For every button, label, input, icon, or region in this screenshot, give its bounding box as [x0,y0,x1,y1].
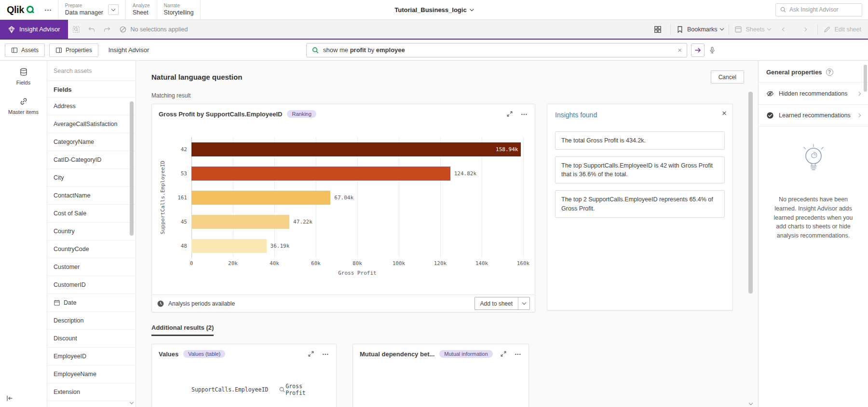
hidden-recommendations-row[interactable]: Hidden recommendations [759,82,868,104]
field-item-address[interactable]: Address [47,98,136,115]
more-options-icon[interactable]: ⋯ [515,351,522,357]
close-icon[interactable]: × [722,109,727,117]
chart-bar-45[interactable]: 47.22k [191,210,523,234]
top-navbar: Qlik ⋯ Prepare Data manager Analyze Shee… [0,0,868,20]
assets-panel-button[interactable]: Assets [5,43,45,57]
nav-prepare[interactable]: Prepare Data manager [58,0,125,19]
submit-query-button[interactable] [691,43,705,57]
field-item-customerid[interactable]: CustomerID [47,276,136,294]
edit-sheet-button[interactable]: Edit sheet [823,26,861,33]
x-tick-label: 80k [353,260,362,267]
values-card-actions: ⋯ [308,351,329,357]
field-item-city[interactable]: City [47,169,136,187]
bar-fill[interactable] [191,239,267,253]
rail-item-fields[interactable]: Fields [16,68,30,85]
step-forward-selection-button[interactable] [100,22,114,37]
global-menu-button[interactable]: ⋯ [39,0,58,19]
more-options-icon[interactable]: ⋯ [521,111,528,117]
values-col-gross-profit[interactable]: Gross Profit [285,383,323,396]
tab-additional-results[interactable]: Additional results (2) [151,324,214,336]
app-title-dropdown[interactable]: Tutorial_Business_logic [394,0,473,19]
data-manager-dropdown-button[interactable] [108,4,119,15]
insight-advisor-toggle-button[interactable]: Insight Advisor [0,20,68,39]
main-scrollbar-thumb[interactable] [748,92,753,294]
chart-bar-42[interactable]: 158.94k [191,137,523,161]
chevron-down-icon [470,7,474,11]
assets-scrollbar-thumb[interactable] [130,101,134,236]
chart-card[interactable]: Gross Profit by SupportCalls.EmployeeID … [151,104,535,312]
voice-input-button[interactable] [708,46,716,54]
left-icon-rail: Fields Master items [0,61,47,407]
step-back-selection-button[interactable] [84,22,99,37]
bar-fill[interactable]: 158.94k [191,142,521,156]
bar-fill[interactable] [191,215,289,229]
field-item-cost of sale[interactable]: Cost of Sale [47,205,136,223]
show-charts-button[interactable] [651,22,665,37]
chevron-right-icon [857,91,861,95]
field-item-categoryname[interactable]: CategoryName [47,133,136,151]
x-tick-label: 60k [311,260,321,267]
values-col-employeeid[interactable]: SupportCalls.EmployeeID [191,386,285,393]
sheets-button[interactable]: Sheets [734,26,771,33]
field-item-description[interactable]: Description [47,312,136,330]
nav-analyze[interactable]: Analyze Sheet [125,0,157,19]
qlik-logo[interactable]: Qlik [0,0,39,19]
field-item-catid-categoryid[interactable]: CatID-CategoryID [47,151,136,169]
ask-insight-advisor-input[interactable] [789,6,858,13]
field-item-customer[interactable]: Customer [47,258,136,276]
eye-slash-icon [766,90,774,98]
right-panel-scrollbar-thumb[interactable] [864,65,867,92]
nav-prepare-label: Data manager [65,9,103,16]
query-text[interactable]: show me profit by employee [323,46,674,54]
smart-search-selections-button[interactable] [69,22,83,37]
natural-language-search-box[interactable]: show me profit by employee × [306,43,687,57]
field-item-employeeid[interactable]: EmployeeID [47,348,136,365]
values-table-card[interactable]: Values Values (table) ⋯ SupportCalls.Emp… [151,344,337,407]
help-icon[interactable]: ? [826,69,833,76]
rail-item-master-items[interactable]: Master items [8,97,39,115]
assets-search-input[interactable] [54,68,129,74]
expand-icon[interactable] [506,111,513,117]
bookmarks-button[interactable]: Bookmarks [676,26,724,33]
insight-item: The top 2 SupportCalls.EmployeeID repres… [555,190,725,217]
add-to-sheet-button[interactable]: Add to sheet [475,297,530,310]
bar-fill[interactable] [191,167,450,181]
bars: 158.94k124.82k67.04k47.22k36.19k [191,137,523,258]
analysis-periods-label: Analysis periods available [168,300,235,307]
field-item-date[interactable]: Date [47,294,136,312]
chart-bar-53[interactable]: 124.82k [191,161,523,185]
next-sheet-button[interactable] [798,22,812,37]
field-label: Customer [54,264,80,270]
field-label: Discount [54,335,77,342]
field-item-averagecallsatisfaction[interactable]: AverageCallSatisfaction [47,115,136,133]
field-item-employeename[interactable]: EmployeeName [47,365,136,383]
toolbar-right-group: Bookmarks Sheets Edit sheet [650,22,868,37]
expand-icon[interactable] [308,351,314,357]
search-icon [312,46,319,54]
field-item-discount[interactable]: Discount [47,330,136,348]
cancel-button[interactable]: Cancel [711,70,744,84]
collapse-panel-button[interactable] [6,394,14,402]
sheets-label: Sheets [746,26,764,33]
field-item-country[interactable]: Country [47,223,136,240]
assets-panel-icon [11,47,18,54]
column-search-icon[interactable] [279,386,285,393]
bar-fill[interactable] [191,191,330,205]
add-to-sheet-dropdown[interactable] [518,297,529,309]
sheet-icon [734,26,742,33]
mutual-dependency-card[interactable]: Mutual dependency bet... Mutual informat… [353,344,529,407]
more-options-icon[interactable]: ⋯ [322,351,329,357]
previous-sheet-button[interactable] [777,22,791,37]
ask-insight-advisor-box[interactable] [775,3,862,16]
field-item-countrycode[interactable]: CountryCode [47,240,136,258]
learned-recommendations-row[interactable]: Learned recommendations [759,104,868,126]
nav-narrate[interactable]: Narrate Storytelling [157,0,201,19]
expand-icon[interactable] [500,351,507,357]
field-item-contactname[interactable]: ContactName [47,187,136,205]
field-item-extension[interactable]: Extension [47,383,136,401]
properties-panel-button[interactable]: Properties [49,43,98,57]
chart-bar-48[interactable]: 36.19k [191,234,523,258]
chart-bar-161[interactable]: 67.04k [191,185,523,210]
assets-search[interactable] [47,61,136,81]
clear-query-button[interactable]: × [678,46,682,54]
